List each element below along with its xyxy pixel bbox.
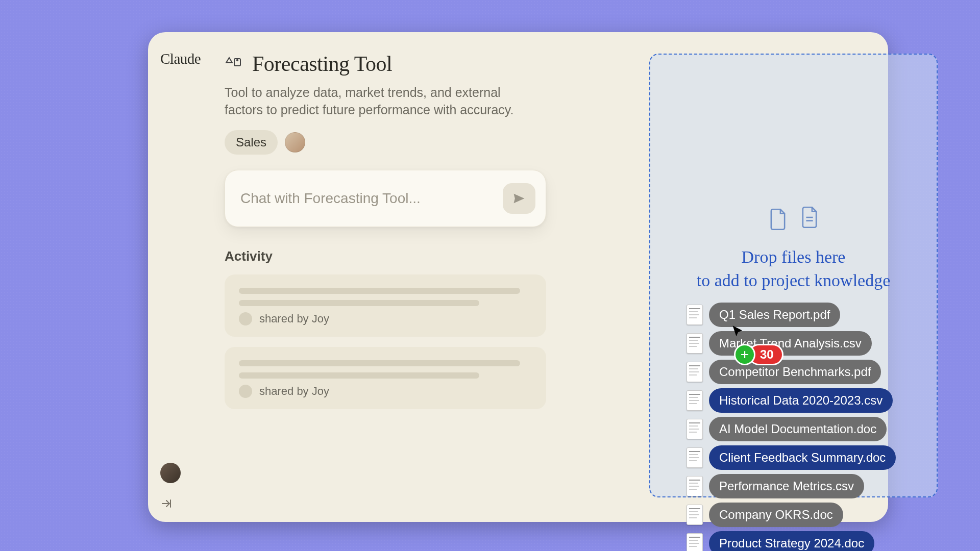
- file-thumbnail-icon: [687, 447, 703, 468]
- meta-avatar-placeholder: [239, 312, 252, 325]
- project-shapes-icon: [225, 55, 243, 73]
- dragged-file: Q1 Sales Report.pdf: [687, 303, 840, 327]
- file-name-label: Performance Metrics.csv: [709, 474, 864, 498]
- sidebar: Claude: [148, 32, 225, 522]
- file-name-label: Client Feedback Summary.doc: [709, 445, 896, 470]
- document-lines-icon: [799, 206, 820, 229]
- file-thumbnail-icon: [687, 390, 703, 411]
- file-thumbnail-icon: [687, 333, 703, 354]
- skeleton-line: [239, 360, 520, 366]
- dragged-file: Product Strategy 2024.doc: [687, 531, 874, 551]
- drag-count-badge: + 30: [734, 344, 783, 365]
- user-avatar[interactable]: [160, 463, 181, 483]
- skeleton-line: [239, 300, 479, 306]
- page-title: Forecasting Tool: [252, 52, 392, 76]
- file-thumbnail-icon: [687, 305, 703, 325]
- sidebar-collapse-icon[interactable]: [160, 497, 173, 510]
- file-thumbnail-icon: [687, 505, 703, 525]
- dropzone-text-line2: to add to project knowledge: [697, 269, 891, 292]
- dragged-file: Competitor Benchmarks.pdf: [687, 360, 881, 384]
- activity-meta-text: shared by Joy: [259, 385, 329, 398]
- file-name-label: Historical Data 2020-2023.csv: [709, 388, 893, 413]
- file-thumbnail-icon: [687, 419, 703, 439]
- brand-logo: Claude: [160, 51, 225, 67]
- activity-card[interactable]: shared by Joy: [225, 274, 546, 337]
- dropzone-text-line1: Drop files here: [697, 245, 891, 269]
- skeleton-line: [239, 372, 479, 379]
- file-name-label: Q1 Sales Report.pdf: [709, 303, 840, 327]
- plus-icon: +: [734, 344, 755, 365]
- document-icon: [767, 208, 789, 231]
- tag-chip-sales[interactable]: Sales: [225, 130, 278, 155]
- meta-avatar-placeholder: [239, 385, 252, 398]
- activity-heading: Activity: [225, 248, 546, 264]
- skeleton-line: [239, 288, 520, 294]
- file-name-label: Company OKRS.doc: [709, 503, 843, 527]
- dragged-file: Performance Metrics.csv: [687, 474, 864, 498]
- send-button[interactable]: [503, 183, 535, 214]
- file-thumbnail-icon: [687, 533, 703, 551]
- send-icon: [512, 191, 526, 206]
- dragged-file: Historical Data 2020-2023.csv: [687, 388, 893, 413]
- project-description: Tool to analyze data, market trends, and…: [225, 84, 541, 119]
- cursor-icon: [731, 324, 745, 339]
- chat-input[interactable]: [240, 190, 503, 207]
- chat-input-container: [225, 170, 546, 227]
- member-avatar[interactable]: [285, 132, 305, 153]
- dragged-file: Client Feedback Summary.doc: [687, 445, 896, 470]
- file-thumbnail-icon: [687, 362, 703, 382]
- dragged-file: AI Model Documentation.doc: [687, 417, 887, 441]
- dragged-file: Company OKRS.doc: [687, 503, 843, 527]
- file-thumbnail-icon: [687, 476, 703, 496]
- file-name-label: AI Model Documentation.doc: [709, 417, 887, 441]
- svg-point-1: [236, 59, 238, 61]
- file-name-label: Product Strategy 2024.doc: [709, 531, 874, 551]
- activity-card[interactable]: shared by Joy: [225, 347, 546, 409]
- activity-meta-text: shared by Joy: [259, 312, 329, 325]
